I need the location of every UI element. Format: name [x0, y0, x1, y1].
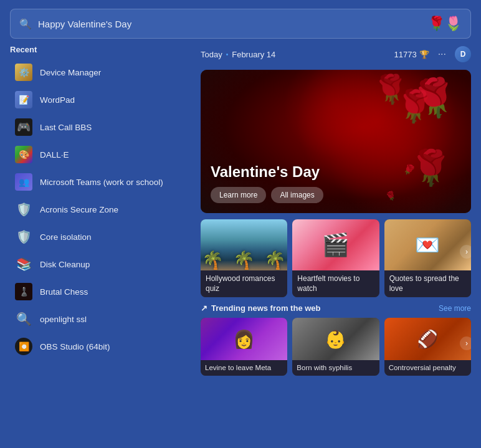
hero-card[interactable]: 🌹 🌹 🌹 🌹 🌹 🌹 Valentine's Day Learn more A…: [201, 70, 471, 213]
left-panel: Recent ⚙️ Device Manager 📝 WordPad 🎮 Las…: [10, 45, 191, 441]
search-icon: 🔍: [19, 18, 32, 30]
recent-item-acronis[interactable]: 🛡️ Acronis Secure Zone: [10, 196, 191, 222]
recent-item-wordpad[interactable]: 📝 WordPad: [10, 87, 191, 113]
last-call-bbs-icon: 🎮: [15, 118, 32, 136]
recent-item-label: openlight ssl: [40, 315, 87, 324]
search-bar: 🔍 🌹🌷: [10, 9, 471, 39]
acronis-icon: 🛡️: [15, 201, 32, 218]
small-cards-next-button[interactable]: ›: [460, 245, 471, 259]
recent-item-core-isolation[interactable]: 🛡️ Core isolation: [10, 224, 191, 250]
obs-studio-icon: ⏺️: [15, 338, 32, 355]
right-actions: 11773 🏆 ··· D: [394, 46, 472, 62]
openlight-ssl-icon: 🔍: [15, 310, 32, 328]
recent-item-disk-cleanup[interactable]: 📚 Disk Cleanup: [10, 251, 191, 277]
penalty-label: Controversial penalty: [384, 360, 471, 376]
quotes-label: Quotes to spread the love: [384, 270, 471, 297]
recent-item-label: WordPad: [40, 95, 75, 105]
right-panel: Today • February 14 11773 🏆 ··· D 🌹 🌹 🌹: [201, 45, 471, 441]
syphilis-label: Born with syphilis: [292, 360, 379, 376]
right-top-bar: Today • February 14 11773 🏆 ··· D: [201, 45, 471, 64]
dalle-icon: 🎨: [15, 146, 32, 163]
learn-more-button[interactable]: Learn more: [211, 187, 266, 203]
hero-title: Valentine's Day: [211, 163, 323, 181]
person-icon: 👩: [233, 329, 255, 350]
small-card-quotes[interactable]: 💌 Quotes to spread the love: [384, 219, 471, 297]
hollywood-image: 🌴🌴🌴: [201, 219, 287, 270]
trending-header: ↗ Trending news from the web See more: [201, 303, 471, 313]
recent-item-label: Microsoft Teams (work or school): [40, 178, 163, 187]
trending-cards: 👩 Levine to leave Meta 👶 Born with syphi…: [201, 318, 471, 376]
current-date: February 14: [232, 50, 275, 59]
valentine-flowers-icon: 🌹🌷: [428, 16, 462, 32]
device-manager-icon: ⚙️: [15, 64, 32, 81]
recent-item-brutal-chess[interactable]: ♟️ Brutal Chess: [10, 279, 191, 305]
trending-card-levine[interactable]: 👩 Levine to leave Meta: [201, 318, 287, 376]
date-separator: •: [226, 51, 229, 58]
penalty-image: 🏈: [384, 318, 471, 360]
small-card-hollywood[interactable]: 🌴🌴🌴 Hollywood romances quiz: [201, 219, 287, 297]
all-images-button[interactable]: All images: [271, 187, 323, 203]
recent-section-title: Recent: [10, 45, 191, 54]
trophy-icon: 🏆: [419, 50, 429, 59]
trending-section: ↗ Trending news from the web See more 👩 …: [201, 303, 471, 441]
avatar[interactable]: D: [455, 46, 471, 62]
palm-trees-decoration: 🌴🌴🌴: [201, 250, 287, 270]
recent-item-device-manager[interactable]: ⚙️ Device Manager: [10, 59, 191, 85]
more-button[interactable]: ···: [436, 47, 449, 61]
trending-arrow-icon: ↗: [201, 303, 207, 313]
see-more-link[interactable]: See more: [439, 304, 471, 313]
teams-icon: 👥: [15, 173, 32, 191]
main-content: Recent ⚙️ Device Manager 📝 WordPad 🎮 Las…: [0, 45, 481, 448]
recent-item-label: Device Manager: [40, 68, 101, 77]
wordpad-icon: 📝: [15, 91, 32, 108]
recent-item-label: Brutal Chess: [40, 287, 88, 297]
syphilis-image: 👶: [292, 318, 379, 360]
recent-item-microsoft-teams[interactable]: 👥 Microsoft Teams (work or school): [10, 169, 191, 195]
recent-item-obs-studio[interactable]: ⏺️ OBS Studio (64bit): [10, 333, 191, 360]
search-input[interactable]: [38, 19, 422, 29]
clapperboard-icon: 🎬: [321, 232, 350, 258]
recent-item-label: Disk Cleanup: [40, 260, 90, 269]
levine-image: 👩: [201, 318, 287, 360]
trending-title: ↗ Trending news from the web: [201, 303, 321, 313]
hero-text-overlay: Valentine's Day Learn more All images: [211, 163, 323, 203]
quotes-image: 💌: [384, 219, 471, 270]
hollywood-label: Hollywood romances quiz: [201, 270, 287, 297]
points-value: 11773: [394, 50, 417, 59]
recent-item-dalle[interactable]: 🎨 DALL·E: [10, 141, 191, 168]
heartfelt-label: Heartfelt movies to watch: [292, 270, 379, 297]
disk-cleanup-icon: 📚: [15, 255, 32, 273]
trending-card-penalty[interactable]: 🏈 Controversial penalty: [384, 318, 471, 376]
recent-item-openlight-ssl[interactable]: 🔍 openlight ssl: [10, 306, 191, 332]
trending-next-button[interactable]: ›: [460, 336, 471, 350]
levine-label: Levine to leave Meta: [201, 360, 287, 376]
core-isolation-icon: 🛡️: [15, 228, 32, 245]
hero-buttons: Learn more All images: [211, 187, 323, 203]
recent-item-label: DALL·E: [40, 150, 69, 160]
recent-item-label: Last Call BBS: [40, 123, 92, 132]
heartfelt-image: 🎬: [292, 219, 379, 270]
recent-item-label: Core isolation: [40, 232, 92, 242]
recent-item-last-call-bbs[interactable]: 🎮 Last Call BBS: [10, 114, 191, 140]
recent-item-label: OBS Studio (64bit): [40, 342, 110, 351]
trending-card-syphilis[interactable]: 👶 Born with syphilis: [292, 318, 379, 376]
brutal-chess-icon: ♟️: [15, 283, 32, 300]
envelope-hearts-icon: 💌: [415, 233, 440, 257]
small-card-heartfelt[interactable]: 🎬 Heartfelt movies to watch: [292, 219, 379, 297]
recent-item-label: Acronis Secure Zone: [40, 205, 118, 214]
points-badge[interactable]: 11773 🏆: [394, 50, 429, 59]
today-label: Today: [201, 50, 222, 59]
recent-list: ⚙️ Device Manager 📝 WordPad 🎮 Last Call …: [10, 59, 191, 360]
date-section: Today • February 14: [201, 50, 275, 59]
football-icon: 🏈: [417, 329, 439, 350]
rose-decoration-3: 🌹: [373, 72, 410, 108]
small-cards-row: 🌴🌴🌴 Hollywood romances quiz 🎬 Heartfelt …: [201, 219, 471, 297]
baby-icon: 👶: [325, 329, 346, 350]
